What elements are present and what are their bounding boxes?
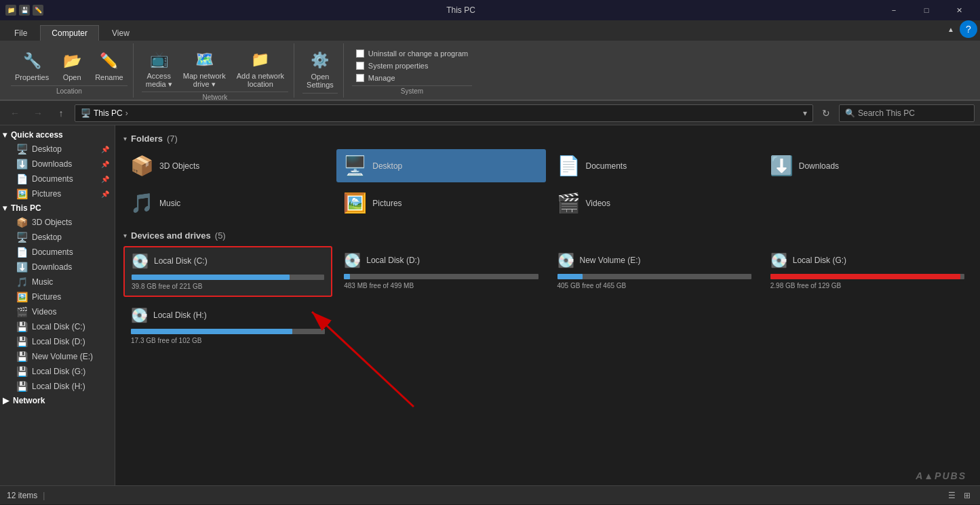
sidebar-item-new-volume-e[interactable]: 💾 New Volume (E:) [0, 349, 115, 364]
folder-3dobjects-label: 3D Objects [159, 161, 199, 171]
drive-h-free: 17.3 GB free of 102 GB [131, 337, 325, 344]
minimize-button[interactable]: − [878, 0, 909, 20]
sidebar-item-local-h[interactable]: 💾 Local Disk (H:) [0, 379, 115, 394]
sidebar-item-pictures-pc[interactable]: 🖼️ Pictures [0, 289, 115, 304]
disk-g-icon: 💾 [16, 366, 28, 377]
documents-icon: 📄 [16, 174, 28, 184]
open-settings-button[interactable]: ⚙️ OpenSettings [302, 47, 338, 92]
videos-folder-icon: 🎬 [557, 192, 581, 214]
folder-pictures[interactable]: 🖼️ Pictures [336, 186, 545, 220]
ribbon-group-network: 📺 Accessmedia ▾ 🗺️ Map networkdrive ▾ 📁 … [136, 43, 294, 98]
refresh-button[interactable]: ↻ [817, 104, 835, 122]
sidebar-item-documents[interactable]: 📄 Documents 📌 [0, 171, 115, 186]
back-button[interactable]: ← [5, 104, 24, 123]
tab-view[interactable]: View [100, 25, 141, 41]
sidebar-item-pictures[interactable]: 🖼️ Pictures 📌 [0, 186, 115, 201]
sidebar-thispc-header[interactable]: ▾ This PC [0, 201, 115, 215]
help-button[interactable]: ? [960, 20, 977, 38]
search-icon: 🔍 [845, 108, 855, 118]
sidebar-music-label: Music [32, 277, 53, 287]
drive-e[interactable]: 💽 New Volume (E:) 405 GB free of 465 GB [550, 246, 759, 297]
folder-documents[interactable]: 📄 Documents [550, 149, 759, 182]
drive-c-icon: 💽 [132, 253, 149, 269]
forward-button[interactable]: → [28, 104, 47, 123]
folders-count: (7) [167, 134, 178, 144]
rename-button[interactable]: ✏️ Rename [91, 47, 128, 84]
search-box[interactable]: 🔍 Search This PC [839, 104, 975, 122]
folder-desktop[interactable]: 🖥️ Desktop [336, 149, 545, 182]
drive-g-name: Local Disk (G:) [793, 256, 846, 265]
title-bar: 📁 💾 ✏️ This PC − □ ✕ [0, 0, 980, 20]
up-button[interactable]: ↑ [52, 104, 71, 123]
tab-computer[interactable]: Computer [40, 25, 99, 41]
drive-g-bar-fill [770, 274, 961, 279]
folder-videos[interactable]: 🎬 Videos [550, 186, 759, 220]
address-path[interactable]: 🖥️ This PC › ▾ [75, 104, 813, 122]
search-placeholder: Search This PC [858, 108, 915, 118]
properties-button[interactable]: 🔧 Properties [11, 47, 53, 84]
folders-chevron-icon[interactable]: ▾ [123, 135, 127, 142]
folder-desktop-label: Desktop [372, 161, 402, 171]
drives-chevron-icon[interactable]: ▾ [123, 232, 127, 239]
sidebar-item-local-g[interactable]: 💾 Local Disk (G:) [0, 364, 115, 379]
sidebar-item-desktop[interactable]: 🖥️ Desktop 📌 [0, 142, 115, 157]
main-layout: ▾ Quick access 🖥️ Desktop 📌 ⬇️ Downloads… [0, 125, 980, 485]
drive-h[interactable]: 💽 Local Disk (H:) 17.3 GB free of 102 GB [123, 301, 332, 350]
manage-button[interactable]: Manage [352, 73, 472, 83]
uninstall-button[interactable]: Uninstall or change a program [352, 48, 472, 59]
grid-view-button[interactable]: ⊞ [961, 489, 973, 502]
documents-folder-icon: 📄 [557, 155, 581, 177]
sidebar-item-local-c[interactable]: 💾 Local Disk (C:) [0, 319, 115, 334]
pin-icon-4: 📌 [101, 190, 109, 198]
system-properties-label: System properties [368, 62, 429, 70]
system-buttons: Uninstall or change a program System pro… [352, 46, 472, 85]
open-button[interactable]: 📂 Open [56, 47, 88, 84]
breadcrumb-thispc[interactable]: This PC [94, 108, 123, 118]
sidebar-item-local-d[interactable]: 💾 Local Disk (D:) [0, 334, 115, 349]
network-buttons: 📺 Accessmedia ▾ 🗺️ Map networkdrive ▾ 📁 … [142, 46, 288, 92]
sidebar-item-downloads[interactable]: ⬇️ Downloads 📌 [0, 157, 115, 171]
access-media-button[interactable]: 📺 Accessmedia ▾ [142, 46, 176, 92]
3dobjects-folder-icon: 📦 [130, 155, 154, 177]
location-buttons: 🔧 Properties 📂 Open ✏️ Rename [11, 46, 128, 85]
folder-3dobjects[interactable]: 📦 3D Objects [123, 149, 332, 182]
sidebar-item-documents-pc[interactable]: 📄 Documents [0, 245, 115, 260]
maximize-button[interactable]: □ [911, 0, 942, 20]
breadcrumb-dropdown-icon[interactable]: ▾ [803, 108, 807, 118]
folder-music-label: Music [159, 199, 180, 208]
drive-c-name: Local Disk (C:) [154, 256, 208, 266]
list-view-button[interactable]: ☰ [945, 489, 958, 502]
drive-c-bar-bg [132, 275, 324, 280]
drive-c[interactable]: 💽 Local Disk (C:) 39.8 GB free of 221 GB [123, 246, 332, 297]
sidebar-network-header[interactable]: ▶ Network [0, 394, 115, 407]
sidebar-item-music[interactable]: 🎵 Music [0, 275, 115, 289]
add-network-location-button[interactable]: 📁 Add a networklocation [233, 46, 288, 91]
ribbon-content: 🔧 Properties 📂 Open ✏️ Rename Location 📺 [0, 41, 980, 100]
folders-title: Folders [131, 134, 163, 144]
folder-downloads[interactable]: ⬇️ Downloads [763, 149, 972, 182]
drive-d[interactable]: 💽 Local Disk (D:) 483 MB free of 499 MB [336, 246, 545, 297]
close-button[interactable]: ✕ [943, 0, 975, 20]
drive-e-bar-fill [557, 274, 583, 279]
sidebar-item-3dobjects[interactable]: 📦 3D Objects [0, 215, 115, 230]
system-properties-button[interactable]: System properties [352, 60, 472, 71]
sidebar-quick-access-header[interactable]: ▾ Quick access [0, 128, 115, 142]
access-media-label: Accessmedia ▾ [146, 72, 172, 89]
desktop-icon: 🖥️ [16, 144, 28, 155]
drive-g[interactable]: 💽 Local Disk (G:) 2.98 GB free of 129 GB [763, 246, 972, 297]
sidebar-new-volume-e-label: New Volume (E:) [32, 352, 93, 361]
drive-e-free: 405 GB free of 465 GB [557, 282, 751, 289]
folders-grid: 📦 3D Objects 🖥️ Desktop 📄 Documents ⬇️ D… [123, 149, 972, 220]
map-drive-label: Map networkdrive ▾ [183, 72, 226, 89]
sidebar-item-desktop-pc[interactable]: 🖥️ Desktop [0, 230, 115, 245]
item-count: 12 items [7, 491, 37, 500]
open-icon: 📂 [61, 50, 83, 72]
drive-h-icon: 💽 [131, 307, 148, 323]
ribbon-collapse-icon[interactable]: ▲ [947, 26, 954, 33]
map-drive-button[interactable]: 🗺️ Map networkdrive ▾ [179, 46, 230, 92]
tab-file[interactable]: File [3, 25, 39, 41]
folder-music[interactable]: 🎵 Music [123, 186, 332, 220]
add-location-icon: 📁 [250, 49, 271, 70]
sidebar-item-downloads-pc[interactable]: ⬇️ Downloads [0, 260, 115, 275]
sidebar-item-videos[interactable]: 🎬 Videos [0, 304, 115, 319]
